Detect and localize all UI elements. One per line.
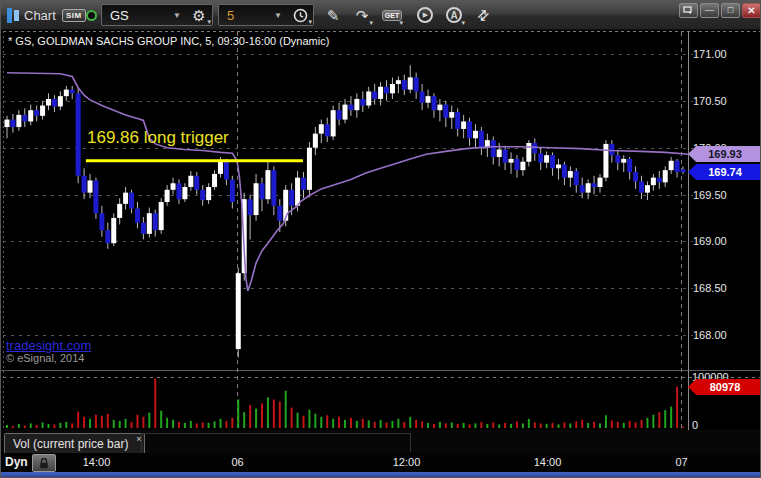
dynamic-mode-label: Dyn [5, 455, 28, 469]
settings-button[interactable]: ⚙ ▾ [186, 4, 213, 26]
price-tick-label: 168.00 [693, 329, 727, 341]
popout-window-button[interactable] [679, 3, 698, 18]
close-icon: ✕ [747, 6, 755, 16]
transfer-arrows-icon: ⇄ [473, 5, 493, 25]
clock-icon [293, 8, 308, 23]
price-gridlines [3, 31, 761, 453]
toolbar: Chart SIM GS ▼ ⚙ ▾ 5 ▼ ▾ ✎ ↷ ▾ [1, 1, 761, 30]
chevron-down-icon: ▾ [207, 18, 211, 25]
tab-volume-study[interactable]: Vol (current price bar) × [4, 433, 145, 453]
chevron-down-icon[interactable]: ▼ [274, 11, 287, 20]
price-tick-label: 170.50 [693, 95, 727, 107]
pencil-icon: ✎ [327, 8, 340, 23]
time-tick-label: 14:00 [83, 456, 111, 468]
maximize-icon: □ [728, 6, 733, 15]
draw-tool-button[interactable]: ✎ [321, 4, 345, 26]
close-button[interactable]: ✕ [742, 3, 761, 18]
ma-price-badge: 169.93 [688, 146, 761, 162]
auto-mode-button[interactable]: A ▾ [442, 4, 466, 26]
price-tick-label: 171.00 [693, 48, 727, 60]
time-tick-label: 06 [231, 456, 243, 468]
window-title: Chart [24, 1, 56, 29]
time-tick-label: 14:00 [534, 456, 562, 468]
redo-tool-button[interactable]: ↷ ▾ [350, 4, 374, 26]
play-icon: ▶ [417, 7, 433, 23]
replay-button[interactable]: ▶ [413, 4, 437, 26]
connection-status-icon [86, 1, 97, 29]
chevron-down-icon: ▾ [308, 18, 312, 25]
time-settings-button[interactable]: ▾ [287, 4, 314, 26]
esignal-copyright: © eSignal, 2014 [6, 352, 84, 364]
symbol-value: GS [102, 8, 173, 23]
volume-tab-label: Vol (current price bar) [13, 437, 128, 451]
chart-plot[interactable] [1, 1, 761, 478]
gear-icon: ⚙ [192, 8, 205, 23]
price-tick-label: 169.50 [693, 189, 727, 201]
time-tick-label: 07 [675, 456, 687, 468]
volume-bars [6, 379, 684, 428]
maximize-button[interactable]: □ [721, 3, 740, 18]
a-circle-icon: A [446, 7, 462, 23]
interval-dropdown[interactable]: 5 ▼ [218, 4, 288, 26]
chart-window: Chart SIM GS ▼ ⚙ ▾ 5 ▼ ▾ ✎ ↷ ▾ [0, 0, 761, 478]
time-axis-bar: Dyn 14:000612:0014:0007 [1, 453, 761, 472]
minimize-icon: — [705, 6, 714, 15]
sim-badge-label: SIM [62, 9, 86, 22]
chart-title: * GS, GOLDMAN SACHS GROUP INC, 5, 09:30-… [8, 35, 329, 47]
chevron-down-icon[interactable]: ▼ [173, 11, 186, 20]
minimize-button[interactable]: — [700, 3, 719, 18]
last-price-badge: 169.74 [688, 164, 761, 180]
chevron-down-icon: ▾ [369, 19, 373, 26]
price-tick-label: 168.50 [693, 282, 727, 294]
candlestick-chart-icon [7, 1, 19, 29]
pane-tab-strip: Vol (current price bar) × [1, 430, 761, 453]
interval-value: 5 [219, 8, 274, 23]
current-volume-badge: 80978 [688, 379, 761, 395]
time-tick-label: 12:00 [393, 456, 421, 468]
curved-arrow-icon: ↷ [356, 8, 369, 23]
trigger-annotation: 169.86 long trigger [87, 128, 229, 148]
padlock-icon [39, 458, 49, 469]
session-lines [97, 32, 682, 458]
candlesticks [5, 65, 686, 357]
ma-line [7, 73, 689, 291]
sim-mode-badge: SIM [62, 1, 86, 29]
price-tick-label: 169.00 [693, 235, 727, 247]
chevron-down-icon: ▾ [399, 19, 403, 26]
chevron-down-icon: ▾ [461, 19, 465, 26]
popout-icon [683, 6, 694, 15]
symbol-dropdown[interactable]: GS ▼ [101, 4, 187, 26]
link-symbols-button[interactable]: ⇄ [471, 4, 495, 26]
empty-tab-area [141, 433, 411, 452]
get-data-button[interactable]: GET ▾ [380, 4, 404, 26]
lock-scale-button[interactable] [32, 454, 56, 472]
window-bottom-border [1, 472, 761, 478]
tradesight-link[interactable]: tradesight.com [6, 338, 91, 353]
